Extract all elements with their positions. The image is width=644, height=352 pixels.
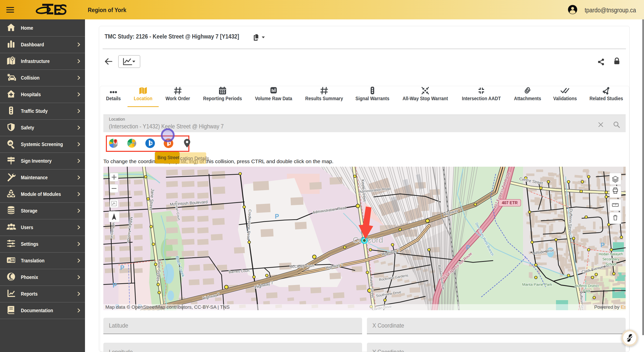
svg-text:P: P: [600, 241, 605, 249]
svg-text:Park: Park: [583, 289, 591, 293]
svg-text:P: P: [113, 282, 117, 289]
svg-text:Secondary: Secondary: [603, 257, 619, 261]
svg-text:A: A: [8, 258, 11, 262]
svg-text:P: P: [466, 244, 470, 251]
svg-text:School: School: [606, 262, 616, 266]
svg-text:Powered by Esri: Powered by Esri: [594, 304, 626, 310]
svg-text:P: P: [120, 264, 124, 271]
svg-text:P: P: [275, 213, 279, 220]
svg-text:Hodan Nalayeh: Hodan Nalayeh: [599, 252, 623, 256]
svg-text:文: 文: [11, 259, 14, 262]
svg-text:407 ETR: 407 ETR: [502, 201, 518, 205]
svg-text:Dufferin District: Dufferin District: [575, 284, 599, 288]
svg-text:Concord: Concord: [353, 235, 383, 244]
svg-text:Marita Paine Park: Marita Paine Park: [522, 282, 552, 287]
svg-text:Map data © OpenStreetMap contr: Map data © OpenStreetMap contributors, C…: [105, 304, 230, 310]
